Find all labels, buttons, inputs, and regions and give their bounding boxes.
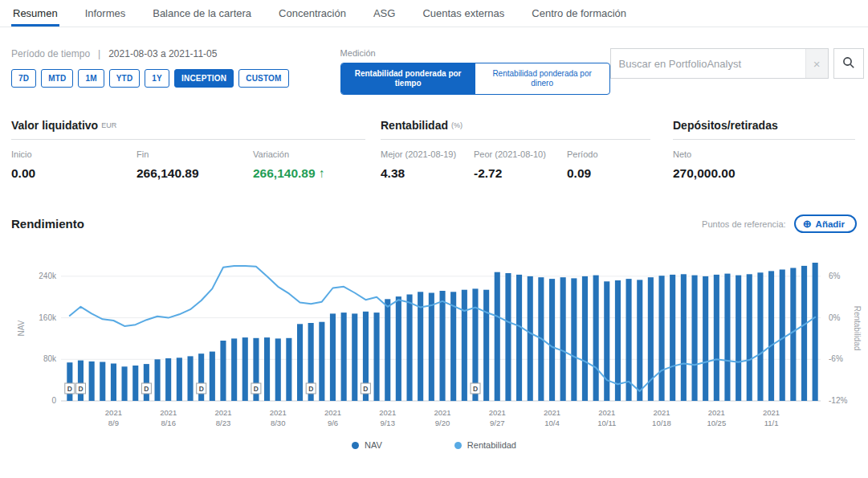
range-button-mtd[interactable]: MTD: [41, 69, 73, 88]
performance-title: Rendimiento: [11, 217, 84, 231]
search-button[interactable]: [833, 48, 864, 79]
svg-text:10/25: 10/25: [707, 419, 726, 427]
performance-header: Rendimiento Puntos de referencia: ⊕ Añad…: [0, 181, 868, 233]
search-block: ×: [610, 48, 864, 79]
section-divider: [673, 139, 855, 140]
section-divider: [381, 139, 650, 140]
benchmarks-block: Puntos de referencia: ⊕ Añadir: [702, 214, 857, 233]
tab-asg[interactable]: ASG: [372, 0, 397, 27]
measure-toggle: Rentabilidad ponderada por tiempo Rentab…: [340, 63, 610, 95]
return-legend-dot-icon: [454, 442, 462, 449]
svg-text:10/11: 10/11: [597, 419, 616, 427]
tab-informes[interactable]: Informes: [84, 0, 128, 27]
search-icon: [842, 56, 855, 71]
section-title-rentabilidad: Rentabilidad(%): [381, 119, 650, 132]
period-label: Período de tiempo: [11, 48, 90, 59]
svg-text:10/4: 10/4: [544, 419, 560, 427]
svg-text:-12%: -12%: [829, 396, 847, 405]
deposits-section: Depósitos/retiradas Neto 270,000.00: [673, 119, 855, 181]
chart-legend: NAV Rentabilidad: [0, 440, 868, 450]
measure-option-money-weighted[interactable]: Rentabilidad ponderada por dinero: [475, 63, 609, 94]
svg-text:2021: 2021: [544, 408, 560, 417]
svg-text:80k: 80k: [43, 354, 57, 363]
search-input[interactable]: [611, 49, 805, 78]
tab-concentracion[interactable]: Concentración: [277, 0, 348, 27]
svg-text:2021: 2021: [434, 408, 450, 417]
plus-circle-icon: ⊕: [803, 219, 812, 229]
svg-text:9/13: 9/13: [380, 419, 395, 427]
svg-text:2021: 2021: [763, 408, 780, 417]
add-benchmark-button[interactable]: ⊕ Añadir: [794, 214, 857, 233]
svg-text:8/9: 8/9: [108, 419, 119, 427]
up-arrow-icon: ↑: [319, 166, 325, 180]
range-button-custom[interactable]: CUSTOM: [238, 69, 288, 88]
range-button-inception[interactable]: INCEPTION: [174, 69, 234, 88]
nav-legend-dot-icon: [352, 442, 359, 449]
range-button-1y[interactable]: 1Y: [145, 69, 169, 88]
performance-chart: 0-12%80k-6%160k0%240k6%DDDDDDDD20218/920…: [0, 244, 868, 437]
stat-peor: Peor (2021-08-10) -2.72: [474, 149, 567, 181]
svg-text:Rentabilidad: Rentabilidad: [853, 306, 862, 351]
svg-text:D: D: [78, 385, 83, 393]
svg-text:2021: 2021: [653, 408, 670, 417]
measure-label: Medición: [340, 48, 610, 58]
performance-chart-wrap: 0-12%80k-6%160k0%240k6%DDDDDDDD20218/920…: [0, 244, 868, 440]
section-divider: [11, 139, 365, 140]
svg-text:11/1: 11/1: [764, 419, 779, 427]
svg-text:D: D: [144, 385, 149, 393]
svg-text:0%: 0%: [829, 313, 841, 322]
period-value: 2021-08-03 a 2021-11-05: [108, 48, 217, 59]
section-unit: EUR: [101, 121, 116, 129]
return-section: Rentabilidad(%) Mejor (2021-08-19) 4.38 …: [381, 119, 650, 181]
svg-text:2021: 2021: [214, 408, 231, 417]
tab-centro-formacion[interactable]: Centro de formación: [530, 0, 628, 27]
period-separator: |: [98, 48, 100, 59]
svg-text:D: D: [363, 385, 368, 393]
svg-text:160k: 160k: [39, 313, 57, 322]
period-block: Período de tiempo | 2021-08-03 a 2021-11…: [11, 48, 289, 88]
svg-text:D: D: [308, 385, 313, 393]
summary-stats: Valor liquidativoEUR Inicio 0.00 Fin 266…: [0, 95, 868, 181]
range-button-ytd[interactable]: YTD: [109, 69, 141, 88]
svg-text:2021: 2021: [105, 408, 122, 417]
tab-balance-cartera[interactable]: Balance de la cartera: [151, 0, 253, 27]
svg-text:10/18: 10/18: [652, 419, 671, 427]
search-box: ×: [610, 48, 829, 79]
range-buttons: 7D MTD 1M YTD 1Y INCEPTION CUSTOM: [11, 69, 289, 88]
tab-cuentas-externas[interactable]: Cuentas externas: [421, 0, 506, 27]
svg-text:2021: 2021: [708, 408, 725, 417]
clear-search-icon[interactable]: ×: [805, 49, 828, 78]
svg-text:2021: 2021: [324, 408, 341, 417]
svg-text:NAV: NAV: [17, 320, 26, 336]
stat-fin: Fin 266,140.89: [137, 149, 253, 181]
svg-text:240k: 240k: [39, 272, 57, 280]
svg-text:D: D: [199, 385, 204, 393]
measure-block: Medición Rentabilidad ponderada por tiem…: [340, 48, 610, 95]
svg-text:9/20: 9/20: [435, 419, 450, 427]
svg-text:2021: 2021: [598, 408, 615, 417]
svg-text:2021: 2021: [489, 408, 506, 417]
range-button-1m[interactable]: 1M: [78, 69, 104, 88]
stat-neto: Neto 270,000.00: [673, 149, 855, 181]
section-title-valor-liquidativo: Valor liquidativoEUR: [11, 119, 365, 132]
svg-text:0: 0: [51, 396, 56, 405]
svg-text:8/30: 8/30: [271, 419, 286, 427]
stat-variacion: Variación 266,140.89 ↑: [253, 149, 365, 181]
benchmarks-label: Puntos de referencia:: [702, 219, 786, 229]
svg-text:D: D: [473, 385, 478, 393]
legend-item-rentabilidad[interactable]: Rentabilidad: [454, 440, 516, 450]
legend-item-nav[interactable]: NAV: [352, 440, 382, 450]
svg-text:9/27: 9/27: [490, 419, 505, 427]
svg-text:9/6: 9/6: [328, 419, 338, 427]
tab-resumen[interactable]: Resumen: [11, 0, 59, 27]
svg-text:8/16: 8/16: [161, 419, 176, 427]
range-button-7d[interactable]: 7D: [11, 69, 36, 88]
svg-text:D: D: [254, 385, 259, 393]
section-title-depositos: Depósitos/retiradas: [673, 119, 855, 132]
svg-text:2021: 2021: [270, 408, 287, 417]
measure-option-time-weighted[interactable]: Rentabilidad ponderada por tiempo: [341, 63, 475, 94]
stat-mejor: Mejor (2021-08-19) 4.38: [381, 149, 474, 181]
svg-text:2021: 2021: [379, 408, 396, 417]
stat-inicio: Inicio 0.00: [11, 149, 137, 181]
controls-bar: Período de tiempo | 2021-08-03 a 2021-11…: [0, 27, 868, 95]
